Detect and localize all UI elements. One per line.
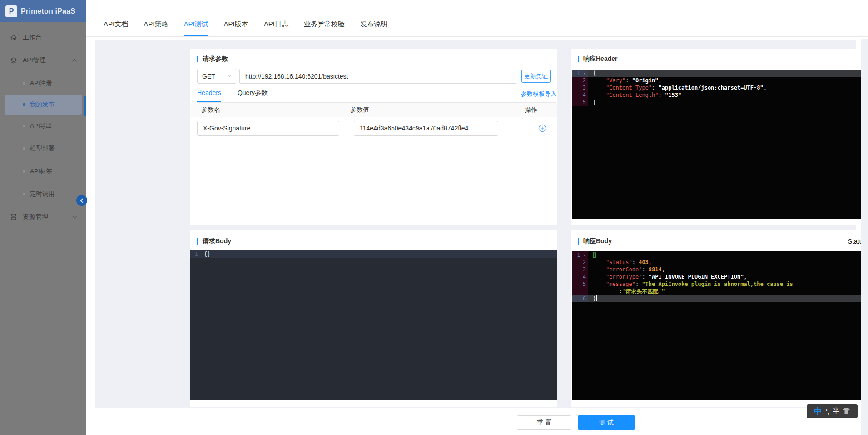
code-line: 1{}	[190, 250, 557, 258]
request-body-card: 请求Body 报文类型: application/json 提取 1{}	[190, 230, 557, 407]
param-table-header: 参数名 参数值 操作	[190, 103, 557, 117]
param-row	[190, 117, 557, 140]
api-test-dialog: × API文档API策略API测试API版本API日志业务异常校验发布说明 请求…	[86, 0, 868, 435]
dialog-tabs: API文档API策略API测试API版本API日志业务异常校验发布说明	[86, 0, 868, 37]
sidebar-item-API管理[interactable]: API管理	[0, 49, 86, 72]
code-line: 1 ▾{	[572, 251, 868, 259]
tab-业务异常校验[interactable]: 业务异常校验	[304, 20, 345, 36]
add-param-icon[interactable]	[538, 124, 546, 132]
response-header-title: 响应Header	[578, 55, 617, 63]
bullet-icon	[23, 103, 25, 106]
request-params-card: 请求参数 GET 更新凭证 HeadersQuery参数 参数模板导入 参数名 …	[190, 49, 557, 225]
sidebar-nav: 工作台API管理API注册我的发布API导出模型部署API标签定时调用资源管理	[0, 22, 86, 228]
param-table-body	[190, 117, 557, 140]
logo-text: Primeton iPaaS	[21, 7, 75, 15]
sidebar-item-API导出[interactable]: API导出	[0, 115, 86, 137]
request-params-title: 请求参数	[197, 55, 228, 63]
ime-punctuation-mode: °,	[825, 408, 830, 415]
col-param-name: 参数名	[190, 106, 350, 114]
chevron-down-icon	[73, 214, 77, 219]
chevron-down-icon	[228, 73, 232, 77]
request-url-input[interactable]	[239, 69, 516, 84]
ime-halfwidth-mode: 半	[833, 407, 839, 415]
bullet-icon	[23, 147, 25, 150]
code-line: 3 "errorCode": 8814,	[572, 266, 868, 273]
bullet-icon	[23, 125, 25, 127]
reset-button[interactable]: 重 置	[517, 415, 571, 430]
title-accent-bar	[578, 238, 579, 245]
sidebar-item-模型部署[interactable]: 模型部署	[0, 137, 86, 160]
tab-发布说明[interactable]: 发布说明	[360, 20, 387, 36]
request-body-title: 请求Body	[197, 237, 231, 245]
code-line: 5}	[572, 99, 868, 106]
ime-chinese-mode: 中	[814, 406, 822, 417]
logo-icon: P	[5, 5, 17, 17]
col-param-value: 参数值	[350, 106, 510, 114]
bullet-icon	[23, 82, 25, 85]
code-line: 2 "Vary": "Origin",	[572, 77, 868, 84]
sidebar-collapse-button[interactable]	[76, 195, 87, 206]
card-divider	[190, 207, 557, 207]
bullet-icon	[23, 193, 25, 195]
tab-API日志[interactable]: API日志	[264, 20, 288, 36]
ime-indicator: 中 °, 半	[807, 404, 858, 418]
code-line: 4 "errorType": "API_INVOKE_PLUGIN_EXCEPT…	[572, 273, 868, 280]
code-line: :'请求头不匹配'"	[572, 288, 868, 295]
param-value-input[interactable]	[354, 121, 498, 136]
title-accent-bar	[578, 56, 579, 62]
sidebar: P Primeton iPaaS 工作台API管理API注册我的发布API导出模…	[0, 0, 86, 435]
code-line: 5 "message": "The ApiInvoke plugin is ab…	[572, 280, 868, 288]
tab-API测试[interactable]: API测试	[184, 20, 208, 36]
bullet-icon	[23, 170, 25, 173]
col-operation: 操作	[525, 106, 557, 114]
code-line: 2 "status": 403,	[572, 259, 868, 266]
test-button[interactable]: 测 试	[578, 415, 635, 430]
sidebar-item-API标签[interactable]: API标签	[0, 160, 86, 183]
code-line: 3 "Content-Type": "application/json;char…	[572, 84, 868, 91]
sidebar-item-资源管理[interactable]: 资源管理	[0, 205, 86, 228]
code-line: 4 "Content-Length": "153"	[572, 91, 868, 99]
title-accent-bar	[197, 238, 198, 245]
sidebar-item-我的发布[interactable]: 我的发布	[5, 95, 82, 115]
tab-API策略[interactable]: API策略	[144, 20, 168, 36]
request-body-editor[interactable]: 1{}	[190, 250, 557, 400]
tab-API文档[interactable]: API文档	[104, 20, 128, 36]
response-body-editor[interactable]: 1 ▾{2 "status": 403,3 "errorCode": 8814,…	[572, 251, 868, 400]
code-line: 6}	[572, 295, 868, 302]
sidebar-item-工作台[interactable]: 工作台	[0, 26, 86, 49]
response-body-title: 响应Body	[578, 237, 612, 245]
response-header-card: 响应Header 1 ▾{2 "Vary": "Origin",3 "Conte…	[571, 49, 868, 225]
tab-API版本[interactable]: API版本	[224, 20, 248, 36]
response-header-editor[interactable]: 1 ▾{2 "Vary": "Origin",3 "Content-Type":…	[572, 70, 868, 219]
subtab-Headers[interactable]: Headers	[197, 89, 221, 102]
param-name-input[interactable]	[197, 121, 339, 136]
scrollbar-track[interactable]	[861, 39, 868, 435]
http-method-select[interactable]: GET	[197, 69, 236, 84]
subtab-Query参数[interactable]: Query参数	[238, 89, 268, 102]
ime-skin-icon	[843, 408, 850, 415]
chevron-up-icon	[73, 59, 77, 64]
param-template-import-link[interactable]: 参数模板导入	[521, 90, 556, 98]
sidebar-item-API注册[interactable]: API注册	[0, 72, 86, 95]
title-accent-bar	[197, 56, 198, 62]
param-subtabs: HeadersQuery参数 参数模板导入	[197, 88, 556, 103]
app-logo: P Primeton iPaaS	[0, 0, 86, 22]
update-credential-button[interactable]: 更新凭证	[521, 70, 551, 83]
chevron-left-icon	[80, 198, 85, 203]
code-line: 1 ▾{	[572, 70, 868, 77]
sidebar-item-定时调用[interactable]: 定时调用	[0, 183, 86, 205]
screen: P Primeton iPaaS 工作台API管理API注册我的发布API导出模…	[0, 0, 868, 435]
response-body-card: 响应Body Status: 403 FORBIDDEN 1 ▾{2 "stat…	[571, 230, 868, 407]
